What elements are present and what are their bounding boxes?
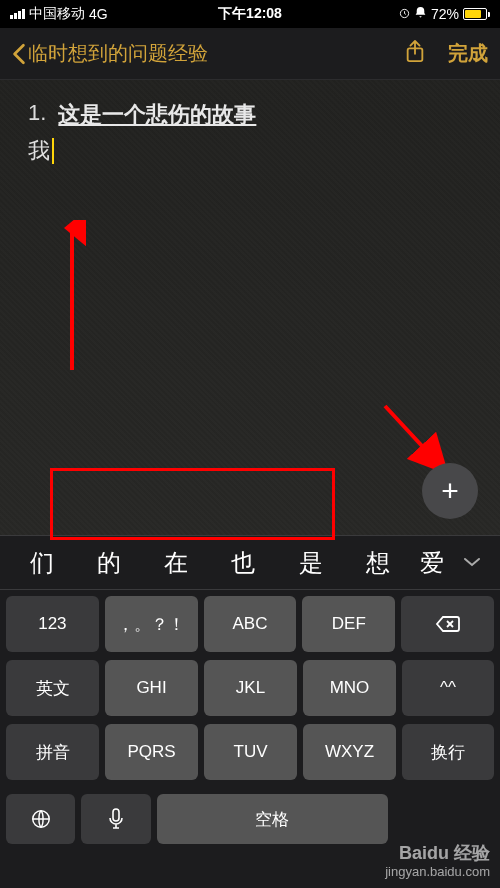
suggestion[interactable]: 在: [143, 547, 210, 579]
suggestion[interactable]: 想: [344, 547, 411, 579]
status-bar: 中国移动 4G 下午12:08 72%: [0, 0, 500, 28]
battery-percent: 72%: [431, 6, 459, 22]
key-pinyin[interactable]: 拼音: [6, 724, 99, 780]
key-mno[interactable]: MNO: [303, 660, 396, 716]
space-key[interactable]: 空格: [157, 794, 388, 844]
text-cursor: [52, 138, 54, 164]
note-line-2: 我: [28, 136, 472, 166]
mic-key[interactable]: [81, 794, 150, 844]
share-icon[interactable]: [404, 39, 426, 69]
key-ghi[interactable]: GHI: [105, 660, 198, 716]
note-title: 这是一个悲伤的故事: [58, 100, 256, 130]
key-def[interactable]: DEF: [302, 596, 395, 652]
list-number: 1.: [28, 100, 46, 130]
collapse-keyboard-button[interactable]: [452, 554, 492, 572]
watermark-url: jingyan.baidu.com: [385, 864, 490, 880]
suggestion[interactable]: 是: [277, 547, 344, 579]
back-button[interactable]: 临时想到的问题经验: [12, 40, 208, 67]
network-label: 4G: [89, 6, 108, 22]
svg-line-5: [385, 406, 435, 460]
globe-key[interactable]: [6, 794, 75, 844]
suggestion[interactable]: 们: [8, 547, 75, 579]
delete-key[interactable]: [401, 596, 494, 652]
key-wxyz[interactable]: WXYZ: [303, 724, 396, 780]
key-punct[interactable]: ，。？！: [105, 596, 198, 652]
add-button[interactable]: +: [422, 463, 478, 519]
annotation-arrow-up: [58, 220, 86, 370]
back-title: 临时想到的问题经验: [28, 40, 208, 67]
lock-icon: [399, 6, 410, 22]
svg-rect-9: [113, 809, 119, 821]
key-tuv[interactable]: TUV: [204, 724, 297, 780]
status-right: 72%: [399, 6, 490, 22]
note-line-1: 1. 这是一个悲伤的故事: [28, 100, 472, 130]
annotation-highlight-box: [50, 468, 335, 540]
keyboard: 们 的 在 也 是 想 爱 123 ，。？！ ABC DEF 英文 GHI JK…: [0, 535, 500, 850]
note-editor[interactable]: 1. 这是一个悲伤的故事 我 +: [0, 80, 500, 535]
key-123[interactable]: 123: [6, 596, 99, 652]
key-pqrs[interactable]: PQRS: [105, 724, 198, 780]
suggestion-bar: 们 的 在 也 是 想 爱: [0, 536, 500, 590]
suggestion[interactable]: 爱: [412, 547, 452, 579]
alarm-icon: [414, 6, 427, 22]
suggestion[interactable]: 也: [210, 547, 277, 579]
key-english[interactable]: 英文: [6, 660, 99, 716]
done-button[interactable]: 完成: [448, 40, 488, 67]
plus-icon: +: [441, 474, 459, 508]
key-jkl[interactable]: JKL: [204, 660, 297, 716]
watermark-brand: Baidu 经验: [385, 843, 490, 865]
watermark: Baidu 经验 jingyan.baidu.com: [385, 843, 490, 880]
carrier-label: 中国移动: [29, 5, 85, 23]
nav-bar: 临时想到的问题经验 完成: [0, 28, 500, 80]
key-abc[interactable]: ABC: [204, 596, 297, 652]
suggestion[interactable]: 的: [75, 547, 142, 579]
key-caps[interactable]: ^^: [402, 660, 494, 716]
battery-icon: [463, 8, 490, 20]
clock: 下午12:08: [218, 5, 282, 23]
enter-key[interactable]: 换行: [402, 724, 494, 780]
signal-icon: [10, 9, 25, 19]
status-left: 中国移动 4G: [10, 5, 108, 23]
note-body: 我: [28, 136, 50, 166]
